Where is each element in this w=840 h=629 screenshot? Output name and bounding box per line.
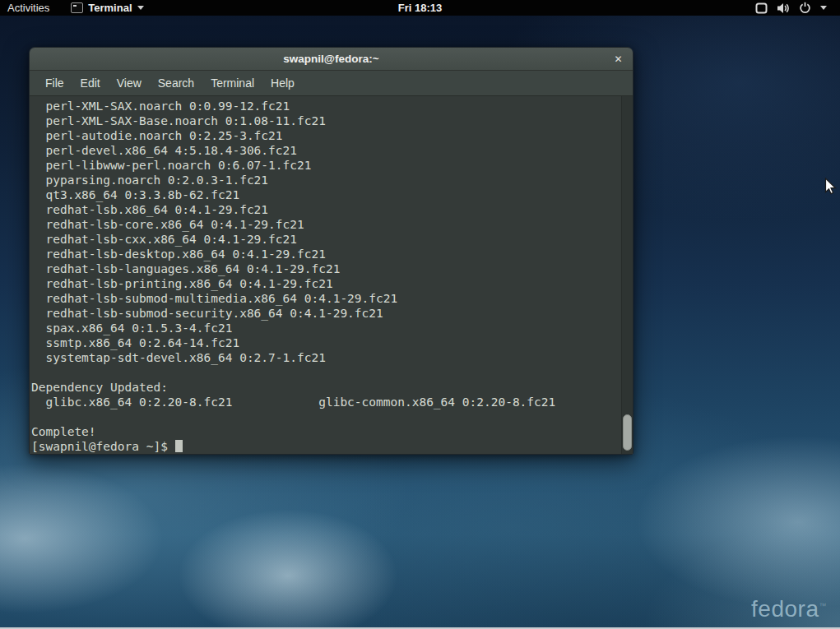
- menu-terminal[interactable]: Terminal: [202, 71, 262, 95]
- terminal-window: swapnil@fedora:~ ✕ File Edit View Search…: [29, 47, 633, 455]
- terminal-content: perl-XML-SAX.noarch 0:0.99-12.fc21 perl-…: [30, 96, 633, 454]
- volume-icon: [777, 2, 790, 14]
- desktop: Activities Terminal Fri 18:13 sw: [0, 0, 840, 629]
- display-icon: [755, 2, 768, 14]
- mouse-cursor-icon: [824, 178, 838, 196]
- menu-view[interactable]: View: [109, 71, 150, 95]
- app-menu[interactable]: Terminal: [71, 2, 143, 14]
- chevron-down-icon: [820, 6, 827, 10]
- power-icon: [799, 2, 811, 14]
- menu-bar: File Edit View Search Terminal Help: [30, 71, 633, 96]
- menu-edit[interactable]: Edit: [72, 71, 109, 95]
- terminal-output[interactable]: perl-XML-SAX.noarch 0:0.99-12.fc21 perl-…: [30, 96, 621, 454]
- trademark-mark: ™: [819, 602, 828, 610]
- scrollbar-track[interactable]: [621, 96, 633, 454]
- clock[interactable]: Fri 18:13: [398, 2, 442, 14]
- menu-file[interactable]: File: [37, 71, 72, 95]
- terminal-cursor: [175, 440, 183, 452]
- window-title: swapnil@fedora:~: [283, 53, 378, 65]
- scrollbar-thumb[interactable]: [623, 414, 632, 451]
- title-bar[interactable]: swapnil@fedora:~ ✕: [30, 48, 633, 71]
- fedora-watermark: fedora™: [751, 596, 827, 622]
- terminal-scrollback: perl-XML-SAX.noarch 0:0.99-12.fc21 perl-…: [31, 99, 555, 438]
- menu-help[interactable]: Help: [262, 71, 303, 95]
- menu-search[interactable]: Search: [150, 71, 202, 95]
- app-menu-label: Terminal: [88, 2, 132, 14]
- top-bar: Activities Terminal Fri 18:13: [0, 0, 840, 16]
- chevron-down-icon: [137, 6, 144, 10]
- shell-prompt: [swapnil@fedora ~]$: [31, 440, 175, 453]
- activities-button[interactable]: Activities: [7, 2, 49, 14]
- close-button[interactable]: ✕: [611, 52, 625, 66]
- status-area[interactable]: [755, 0, 827, 16]
- terminal-app-icon: [71, 2, 83, 13]
